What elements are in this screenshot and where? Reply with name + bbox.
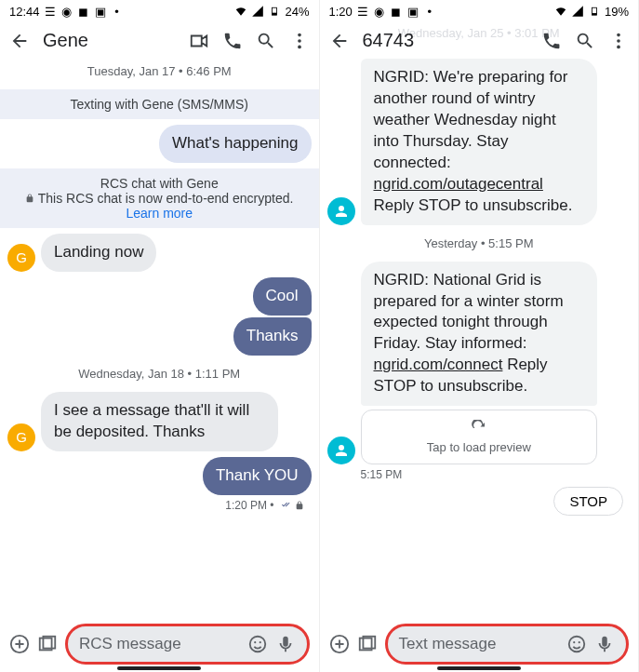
- status-app-icon: ◉: [60, 5, 73, 18]
- message-link[interactable]: ngrid.com/connect: [374, 356, 503, 373]
- message-received[interactable]: Landing now: [41, 234, 156, 272]
- compose-placeholder: Text message: [399, 635, 560, 653]
- conversation-header: 64743: [320, 22, 639, 59]
- svg-point-16: [617, 45, 620, 48]
- call-icon[interactable]: [222, 31, 243, 51]
- svg-point-14: [617, 33, 620, 36]
- svg-point-8: [249, 637, 265, 652]
- battery-icon: [588, 5, 601, 18]
- home-indicator[interactable]: [437, 666, 521, 670]
- conversation-header: Gene: [0, 22, 319, 59]
- link-preview[interactable]: Tap to load preview: [361, 410, 598, 464]
- contact-name[interactable]: Gene: [43, 30, 176, 51]
- status-app-icon: ◼: [390, 5, 403, 18]
- svg-point-15: [617, 39, 620, 43]
- svg-rect-11: [283, 637, 288, 647]
- status-bar: 1:20 ☰ ◉ ◼ ▣ • 19%: [320, 0, 639, 22]
- svg-point-22: [579, 641, 580, 643]
- avatar[interactable]: [327, 197, 355, 225]
- status-app-icon: ☰: [44, 5, 57, 18]
- signal-icon: [251, 5, 264, 18]
- call-icon[interactable]: [541, 31, 562, 51]
- svg-point-10: [259, 641, 260, 643]
- compose-bar: RCS message: [0, 616, 319, 672]
- lock-icon: [295, 501, 304, 510]
- compose-input[interactable]: RCS message: [65, 624, 310, 665]
- svg-rect-13: [592, 13, 596, 15]
- svg-point-21: [573, 641, 575, 643]
- svg-point-2: [298, 33, 301, 36]
- more-icon[interactable]: [608, 31, 629, 51]
- reload-icon: [471, 420, 487, 437]
- avatar[interactable]: G: [7, 423, 35, 451]
- compose-placeholder: RCS message: [79, 635, 240, 653]
- rcs-banner-line1: RCS chat with Gene: [100, 176, 219, 191]
- contact-name[interactable]: 64743: [363, 30, 529, 51]
- avatar[interactable]: G: [7, 244, 35, 272]
- message-status: 1:20 PM •: [7, 499, 312, 512]
- message-link[interactable]: ngrid.com/outagecentral: [374, 175, 543, 193]
- message-sent[interactable]: What's happening: [159, 125, 312, 163]
- svg-point-9: [254, 641, 256, 643]
- status-app-icon: ▣: [94, 5, 107, 18]
- status-app-icon: ◉: [373, 5, 386, 18]
- back-icon[interactable]: [9, 31, 30, 51]
- emoji-icon[interactable]: [566, 634, 587, 654]
- learn-more-link[interactable]: Learn more: [126, 206, 193, 221]
- sms-banner: Texting with Gene (SMS/MMS): [0, 89, 319, 119]
- lock-icon: [25, 194, 34, 203]
- attach-icon[interactable]: [9, 634, 30, 654]
- status-bar: 12:44 ☰ ◉ ◼ ▣ • 24%: [0, 0, 319, 22]
- battery-icon: [268, 5, 281, 18]
- mic-icon[interactable]: [275, 634, 296, 654]
- status-time: 1:20: [329, 5, 353, 19]
- timestamp: Tuesday, Jan 17 • 6:46 PM: [7, 59, 312, 84]
- compose-bar: Text message: [320, 616, 639, 672]
- reply-suggestion-chip[interactable]: STOP: [553, 487, 623, 516]
- avatar[interactable]: [327, 437, 355, 464]
- message-received[interactable]: I see a message that'll it will be depos…: [41, 392, 278, 451]
- search-icon[interactable]: [256, 31, 276, 51]
- signal-icon: [571, 5, 584, 18]
- back-icon[interactable]: [329, 31, 350, 51]
- svg-point-20: [569, 637, 585, 652]
- gallery-icon[interactable]: [37, 634, 58, 654]
- message-sent[interactable]: Thanks: [233, 317, 312, 356]
- rcs-banner: RCS chat with Gene This RCS chat is now …: [0, 168, 319, 228]
- message-sent[interactable]: Thank YOU: [203, 457, 312, 495]
- rcs-banner-line2: This RCS chat is now end-to-end encrypte…: [38, 191, 294, 206]
- read-receipt-icon: [278, 500, 291, 511]
- message-received[interactable]: NGRID: National Grid is prepared for a w…: [361, 262, 598, 407]
- timestamp: Yesterday • 5:15 PM: [327, 231, 632, 256]
- timestamp: 5:15 PM: [327, 468, 632, 481]
- svg-point-3: [298, 39, 301, 43]
- status-app-icon: ▣: [406, 5, 419, 18]
- status-app-icon: ◼: [77, 5, 90, 18]
- more-icon[interactable]: [289, 31, 310, 51]
- status-time: 12:44: [9, 5, 40, 19]
- mic-icon[interactable]: [594, 634, 615, 654]
- conversation[interactable]: NGRID: We're preparing for another round…: [320, 59, 639, 616]
- conversation[interactable]: Tuesday, Jan 17 • 6:46 PM Texting with G…: [0, 59, 319, 616]
- attach-icon[interactable]: [329, 634, 350, 654]
- wifi-icon: [554, 5, 567, 18]
- compose-input[interactable]: Text message: [385, 624, 630, 665]
- emoji-icon[interactable]: [247, 634, 268, 654]
- status-more-icon: •: [423, 5, 436, 18]
- battery-pct: 24%: [285, 5, 309, 19]
- svg-rect-1: [273, 13, 277, 16]
- status-app-icon: ☰: [356, 5, 369, 18]
- phone-left: 12:44 ☰ ◉ ◼ ▣ • 24% Gene Tuesday, Jan 17…: [0, 0, 320, 672]
- home-indicator[interactable]: [117, 666, 201, 670]
- video-call-icon[interactable]: [189, 31, 209, 51]
- phone-right: 1:20 ☰ ◉ ◼ ▣ • 19% Wednesday, Jan 25 • 3…: [320, 0, 640, 672]
- gallery-icon[interactable]: [357, 634, 378, 654]
- wifi-icon: [234, 5, 247, 18]
- search-icon[interactable]: [575, 31, 595, 51]
- svg-point-4: [298, 45, 301, 48]
- battery-pct: 19%: [605, 5, 629, 19]
- message-received[interactable]: NGRID: We're preparing for another round…: [361, 59, 598, 225]
- svg-rect-23: [602, 637, 607, 647]
- timestamp: Wednesday, Jan 18 • 1:11 PM: [7, 361, 312, 386]
- message-sent[interactable]: Cool: [253, 277, 312, 316]
